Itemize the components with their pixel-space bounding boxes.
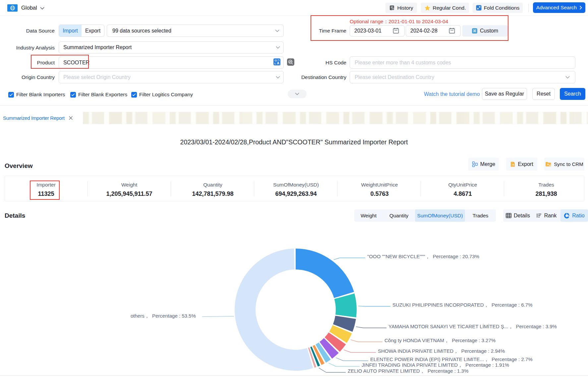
svg-text:A: A — [277, 61, 279, 65]
